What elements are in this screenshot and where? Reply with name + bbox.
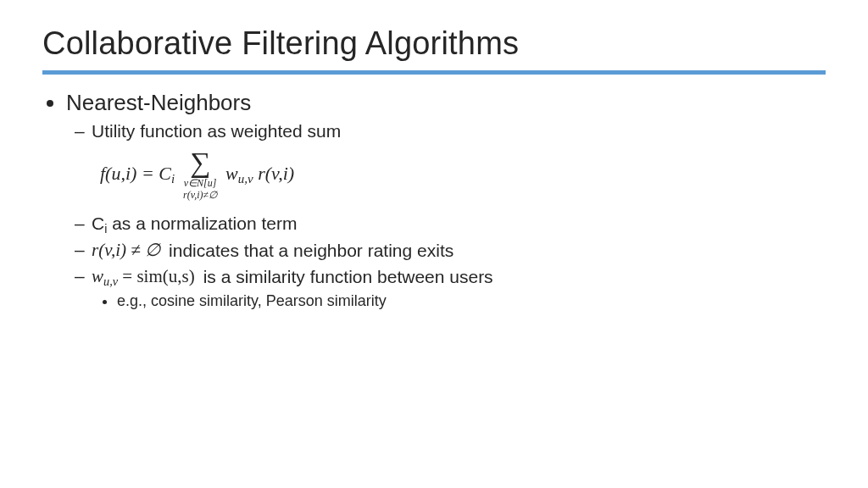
bullet-list: Nearest-Neighbors Utility function as we… xyxy=(49,90,826,310)
bullet-normalization: Ci as a normalization term xyxy=(92,214,826,236)
formula-w: w xyxy=(225,163,238,184)
bullet-text: Ci as a normalization term xyxy=(92,214,297,233)
bullet-text: indicates that a neighbor rating exits xyxy=(169,241,453,261)
w-sub: u,v xyxy=(103,274,118,288)
norm-text: as a normalization term xyxy=(107,214,297,233)
w-letter: w xyxy=(92,266,103,286)
formula-lhs: f(u,i) = Ci xyxy=(100,163,175,186)
title-underline xyxy=(42,70,826,75)
formula-weighted-sum: f(u,i) = Ci ∑ v∈N[u] r(v,i)≠∅ wu,v r(v,i… xyxy=(100,148,826,202)
math-sim: wu,v = sim(u,s) xyxy=(92,266,195,289)
formula-text: f(u,i) = C xyxy=(100,163,171,184)
sum-cond-2: r(v,i)≠∅ xyxy=(183,189,217,201)
sim-eq: = sim(u,s) xyxy=(118,266,195,286)
bullet-neighbor-rating: r(v,i) ≠ ∅ indicates that a neighbor rat… xyxy=(92,240,826,261)
formula-w-sub: u,v xyxy=(238,172,253,186)
formula-sub: i xyxy=(171,172,175,186)
formula-rhs: wu,v r(v,i) xyxy=(225,163,294,186)
bullet-text: is a similarity function between users xyxy=(203,267,493,287)
sub-list: Utility function as weighted sum f(u,i) … xyxy=(71,121,826,310)
bullet-text: e.g., cosine similarity, Pearson similar… xyxy=(117,292,387,309)
bullet-similarity-fn: wu,v = sim(u,s) is a similarity function… xyxy=(92,266,826,310)
bullet-utility-fn: Utility function as weighted sum f(u,i) … xyxy=(92,121,826,202)
page-title: Collaborative Filtering Algorithms xyxy=(42,25,826,62)
sub-sub-list: e.g., cosine similarity, Pearson similar… xyxy=(97,292,826,310)
bullet-text: Nearest-Neighbors xyxy=(66,90,251,115)
c-letter: C xyxy=(92,214,104,233)
sum-cond-1: v∈N[u] xyxy=(184,177,217,189)
bullet-nearest-neighbors: Nearest-Neighbors Utility function as we… xyxy=(66,90,826,310)
sigma-icon: ∑ xyxy=(190,148,210,177)
bullet-text: Utility function as weighted sum xyxy=(92,121,341,141)
slide: Collaborative Filtering Algorithms Neare… xyxy=(0,0,868,310)
bullet-examples: e.g., cosine similarity, Pearson similar… xyxy=(117,292,826,310)
math-rvi: r(v,i) ≠ ∅ xyxy=(92,240,160,261)
formula-r: r(v,i) xyxy=(258,163,294,184)
summation: ∑ v∈N[u] r(v,i)≠∅ xyxy=(183,148,217,202)
sigma-sub: v∈N[u] r(v,i)≠∅ xyxy=(183,178,217,202)
